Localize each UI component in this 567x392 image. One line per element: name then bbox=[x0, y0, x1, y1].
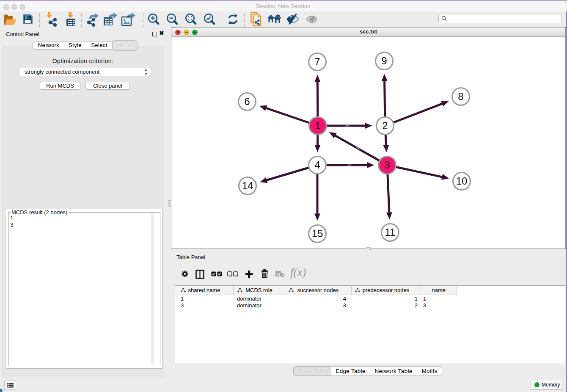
svg-text:15: 15 bbox=[312, 228, 323, 239]
svg-text:3: 3 bbox=[384, 159, 390, 171]
svg-text:4: 4 bbox=[314, 159, 320, 171]
svg-text:10: 10 bbox=[456, 175, 468, 187]
svg-text:1: 1 bbox=[315, 120, 320, 131]
svg-text:9: 9 bbox=[381, 55, 387, 66]
svg-text:14: 14 bbox=[242, 180, 253, 191]
svg-text:11: 11 bbox=[385, 226, 396, 238]
svg-text:2: 2 bbox=[382, 120, 388, 131]
svg-text:8: 8 bbox=[458, 91, 463, 102]
svg-text:6: 6 bbox=[244, 96, 250, 107]
svg-text:7: 7 bbox=[314, 56, 320, 67]
